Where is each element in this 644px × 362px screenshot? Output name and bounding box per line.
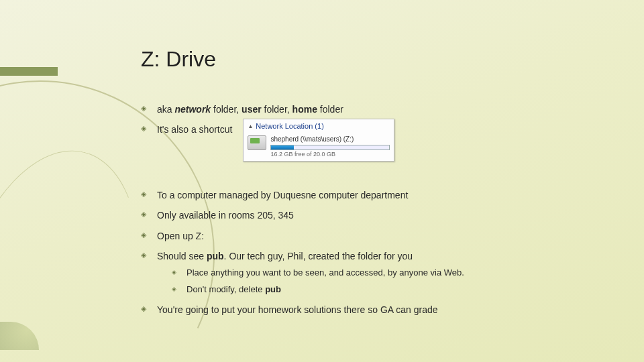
drive-info: shepherd (\\mats\users) (Z:) 16.2 GB fre…	[270, 135, 390, 158]
list-item: You're going to put your homework soluti…	[141, 303, 597, 316]
list-item: It's also a shortcut ▲ Network Location …	[141, 123, 597, 166]
chevron-down-icon: ▲	[248, 123, 253, 131]
network-drive-widget: ▲ Network Location (1) shepherd (\\mats\…	[243, 119, 394, 162]
drive-label: shepherd (\\mats\users) (Z:)	[270, 135, 390, 143]
list-item: To a computer managed by Duquesne comput…	[141, 188, 597, 202]
drive-group-label: Network Location (1)	[256, 121, 324, 132]
list-item: Should see pub. Our tech guy, Phil, crea…	[141, 249, 597, 296]
list-item: Only available in rooms 205, 345	[141, 208, 597, 222]
shortcut-text: It's also a shortcut	[157, 123, 232, 136]
drive-usage-fill	[271, 145, 293, 149]
drive-free-text: 16.2 GB free of 20.0 GB	[270, 151, 390, 158]
list-item: Don't modify, delete pub	[172, 284, 597, 296]
drive-group-header: ▲ Network Location (1)	[244, 119, 394, 134]
network-drive-icon	[248, 135, 266, 150]
list-item: Place anything you want to be seen, and …	[172, 267, 597, 280]
bullet-list: aka network folder, user folder, home fo…	[141, 103, 597, 166]
slide-body: Z: Drive aka network folder, user folder…	[0, 0, 644, 350]
slide-title: Z: Drive	[141, 47, 597, 72]
sub-list: Place anything you want to be seen, and …	[172, 267, 597, 296]
list-item: Open up Z:	[141, 229, 597, 243]
list-item: aka network folder, user folder, home fo…	[141, 103, 597, 116]
drive-usage-bar	[270, 145, 390, 150]
bullet-list: To a computer managed by Duquesne comput…	[141, 188, 597, 316]
